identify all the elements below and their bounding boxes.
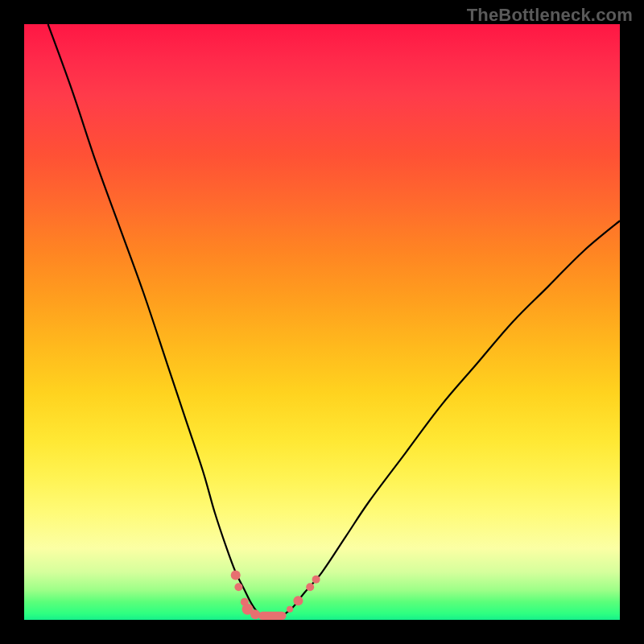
marker-dot <box>287 606 293 613</box>
markers-group <box>231 571 320 621</box>
marker-dot <box>250 609 260 619</box>
curve-right <box>275 221 620 620</box>
marker-dot <box>231 571 241 580</box>
watermark-text: TheBottleneck.com <box>467 5 633 26</box>
marker-dot <box>306 583 314 591</box>
marker-dot <box>234 583 242 591</box>
chart-svg <box>24 24 620 620</box>
chart-frame: TheBottleneck.com <box>0 0 644 644</box>
marker-dot <box>293 596 303 605</box>
flat-marker-bar <box>258 612 287 620</box>
plot-area <box>24 24 620 620</box>
curve-left <box>48 24 275 620</box>
marker-dot <box>312 576 320 584</box>
